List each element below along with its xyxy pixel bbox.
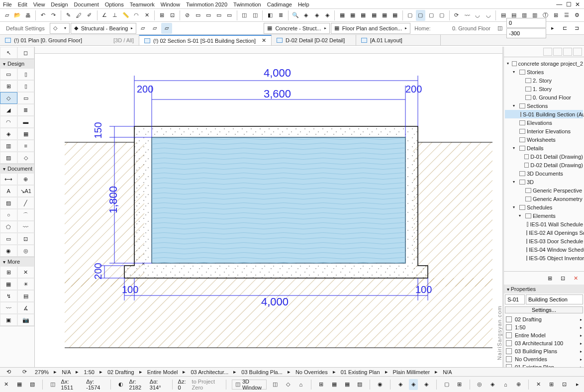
label-tool[interactable]: ↘A1: [17, 185, 35, 197]
tbtn-box2[interactable]: ▢: [416, 10, 425, 21]
coord-x-input[interactable]: [506, 18, 546, 28]
figure-tool[interactable]: ▦: [0, 278, 17, 290]
tree-node[interactable]: 1. Story: [505, 85, 583, 93]
tree-node[interactable]: IES-05 Object Inventory: [505, 254, 583, 262]
sb-i1[interactable]: ▦: [15, 379, 24, 390]
tbtn-2[interactable]: ◈: [312, 10, 321, 21]
fill-combo[interactable]: ▦ Concrete - Struct...▸: [264, 23, 329, 34]
sb-c2[interactable]: ◈: [409, 379, 418, 390]
stair-icon[interactable]: ≣: [276, 10, 285, 21]
sb-b3[interactable]: ⌂: [296, 379, 305, 390]
3d-window-button[interactable]: ◫ 3D Window: [232, 380, 267, 390]
object-tool[interactable]: ▭: [17, 92, 35, 104]
tbtn-e6[interactable]: ⊞: [551, 10, 561, 21]
elevation-tool[interactable]: ◉: [0, 245, 17, 257]
project-tree[interactable]: ▾concrete storage project_2▾Stories2. St…: [504, 57, 584, 271]
scale-value[interactable]: 1:50: [84, 369, 94, 375]
profile-icon[interactable]: ⊏: [559, 23, 570, 34]
sb-e1[interactable]: ◎: [475, 379, 484, 390]
sb-b4[interactable]: ⊞: [317, 379, 326, 390]
menu-teamwork[interactable]: Teamwork: [130, 1, 155, 7]
nav-tab-1[interactable]: [543, 48, 552, 56]
arch-filter[interactable]: 03 Architectur...: [191, 369, 228, 375]
column-tool[interactable]: ▯: [17, 68, 35, 80]
dimension-tool[interactable]: ⟷: [0, 173, 17, 185]
fill-tool[interactable]: ▨: [0, 197, 17, 209]
pen-icon[interactable]: 🖊: [74, 10, 84, 21]
print-icon[interactable]: 🖶: [23, 10, 32, 21]
layer2-icon[interactable]: ▭: [203, 10, 213, 21]
gm1-icon[interactable]: ▱: [137, 23, 148, 34]
sb-b6[interactable]: ▦: [343, 379, 352, 390]
drawing-area[interactable]: × 4,000 200 200 3,600 150 1,800 200 100 …: [35, 47, 503, 376]
tbtn-roof[interactable]: ▦: [359, 10, 368, 21]
tab-detail[interactable]: D-02 Detail [D-02 Detail]: [272, 35, 356, 45]
suspend-icon[interactable]: ⊘: [183, 10, 192, 21]
story-label[interactable]: 0. Ground Floor: [449, 25, 493, 31]
window-tool[interactable]: ⊞: [0, 80, 17, 92]
snap-icon[interactable]: ⊞: [157, 10, 166, 21]
open-icon[interactable]: 📂: [12, 10, 22, 21]
tree-new-icon[interactable]: ⊞: [544, 273, 555, 284]
zone-tool[interactable]: ▨: [0, 152, 17, 164]
layer1-icon[interactable]: ▭: [193, 10, 202, 21]
tree-node[interactable]: 0. Ground Floor: [505, 93, 583, 101]
tbtn-e7[interactable]: ☰: [562, 10, 572, 21]
menu-view[interactable]: View: [33, 1, 45, 7]
close-icon[interactable]: ✕: [262, 37, 266, 44]
tbtn-e8[interactable]: ⚙: [573, 10, 582, 21]
tree-node[interactable]: D-02 Detail (Drawing): [505, 161, 583, 169]
menu-document[interactable]: Document: [74, 1, 99, 7]
property-row[interactable]: 02 Drafting▸: [504, 315, 584, 323]
story-icon[interactable]: ◫: [494, 23, 505, 34]
layer4-icon[interactable]: ▭: [225, 10, 234, 21]
marquee-tool[interactable]: ◻: [17, 47, 35, 59]
tree-node[interactable]: ▾Stories: [505, 68, 583, 76]
tree-node[interactable]: ▾Schedules: [505, 203, 583, 211]
attrib-icon[interactable]: ◧: [265, 10, 275, 21]
menu-options[interactable]: Options: [105, 1, 124, 7]
tbtn-rot[interactable]: ⟳: [452, 10, 461, 21]
tree-del-icon[interactable]: ✕: [570, 273, 581, 284]
sb-e3[interactable]: ⌂: [501, 379, 510, 390]
sb-b2[interactable]: ◇: [284, 379, 292, 390]
gm2-icon[interactable]: ▱: [149, 23, 160, 34]
tbtn-c1[interactable]: ◡: [473, 10, 483, 21]
tab-section[interactable]: (!) 02 Section S-01 [S-01 Building Secti…: [139, 35, 272, 45]
sb-b5[interactable]: ▦: [330, 379, 339, 390]
default-settings-label[interactable]: Default Settings: [2, 25, 49, 31]
level-tool[interactable]: ⊕: [17, 173, 35, 185]
sb-e4[interactable]: ⊕: [514, 379, 523, 390]
more-section[interactable]: ▾ More: [0, 257, 34, 266]
sb-b7[interactable]: ▨: [356, 379, 365, 390]
tbtn-slab[interactable]: ▦: [348, 10, 358, 21]
menubar[interactable]: File Edit View Design Document Options T…: [0, 0, 584, 9]
group1-icon[interactable]: ◫: [240, 10, 249, 21]
angle-icon[interactable]: ∠: [99, 10, 109, 21]
renovation[interactable]: 01 Existing Plan: [341, 369, 380, 375]
sb-d1[interactable]: ▢: [442, 379, 451, 390]
tree-node[interactable]: Interior Elevations: [505, 127, 583, 135]
tab-layout[interactable]: [A.01 Layout]: [356, 35, 441, 45]
document-section[interactable]: ▾ Document: [0, 164, 34, 173]
tree-node[interactable]: S-01 Building Section (Auto-: [505, 110, 583, 118]
grid-tool[interactable]: ⊞: [0, 266, 17, 278]
properties-header[interactable]: ▾ Properties: [504, 285, 584, 294]
tbtn-curve[interactable]: 〰: [463, 10, 472, 21]
prop-name-input[interactable]: [526, 294, 583, 304]
section-tool[interactable]: ⊡: [17, 233, 35, 245]
tree-node[interactable]: ▾concrete storage project_2: [505, 59, 583, 68]
stair-tool[interactable]: ≣: [17, 104, 35, 116]
polyline-tool[interactable]: ⬠: [0, 221, 17, 233]
tbtn-6[interactable]: ▦: [390, 10, 399, 21]
sb-c1[interactable]: ◈: [396, 379, 405, 390]
new-icon[interactable]: ▱: [2, 10, 11, 21]
prop-id-input[interactable]: [505, 294, 525, 304]
geometry-combo[interactable]: ◇▾: [50, 23, 70, 34]
line-tool[interactable]: ╱: [17, 197, 35, 209]
menu-file[interactable]: File: [3, 1, 12, 7]
spline-tool[interactable]: 〰: [17, 221, 35, 233]
model-display[interactable]: Entire Model: [147, 369, 178, 375]
perp-icon[interactable]: ⊥: [110, 10, 120, 21]
group2-icon[interactable]: ◫: [250, 10, 260, 21]
